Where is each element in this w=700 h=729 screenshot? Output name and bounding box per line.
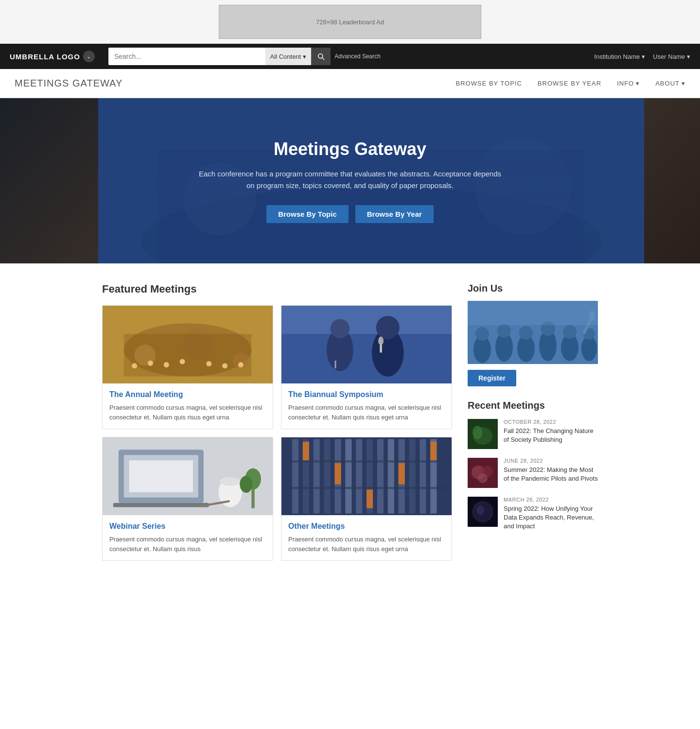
other-meetings-text: Praesent commodo cursus magna, vel scele…	[288, 535, 445, 554]
recent-date-3: March 28, 2022	[504, 497, 598, 503]
institution-chevron-icon: ▾	[642, 53, 645, 60]
svg-rect-51	[409, 439, 416, 513]
dropdown-chevron-icon: ▾	[303, 53, 306, 60]
recent-name-2[interactable]: Summer 2022: Making the Most of the Pand…	[504, 466, 598, 483]
other-meetings-image	[281, 437, 452, 515]
svg-point-36	[240, 476, 252, 493]
user-chevron-icon: ▾	[687, 53, 690, 60]
svg-point-65	[497, 324, 511, 338]
recent-meetings-title: Recent Meetings	[468, 400, 598, 411]
svg-point-79	[472, 426, 482, 439]
svg-rect-55	[281, 487, 452, 489]
webinar-text: Praesent commodo cursus magna, vel scele…	[109, 535, 266, 554]
recent-date-1: October 28, 2022	[504, 419, 598, 425]
right-column: Join Us	[468, 283, 598, 561]
webinar-title[interactable]: Webinar Series	[109, 522, 266, 531]
logo-text: UMBRELLA LOGO	[10, 52, 80, 61]
recent-info-3: March 28, 2022 Spring 2022: How Unifying…	[504, 497, 598, 531]
biannual-meeting-image	[281, 306, 452, 383]
svg-point-88	[476, 505, 484, 515]
institution-name-dropdown[interactable]: Institution Name ▾	[594, 53, 645, 60]
hero-buttons: Browse By Topic Browse By Year	[194, 205, 506, 223]
svg-rect-10	[124, 334, 252, 377]
svg-point-11	[132, 363, 137, 368]
svg-rect-42	[314, 439, 320, 513]
nav-browse-topic[interactable]: BROWSE BY TOPIC	[455, 80, 522, 87]
logo-area[interactable]: UMBRELLA LOGO ⌄	[10, 51, 95, 62]
biannual-meeting-body: The Biannual Symposium Praesent commodo …	[281, 383, 452, 429]
recent-info-1: October 28, 2022 Fall 2022: The Changing…	[504, 419, 598, 444]
svg-rect-31	[113, 503, 209, 507]
hero-section: Meetings Gateway Each conference has a p…	[0, 98, 700, 263]
svg-rect-46	[356, 439, 362, 513]
svg-point-16	[222, 363, 228, 368]
svg-point-21	[331, 319, 350, 338]
recent-info-2: June 28, 2022 Summer 2022: Making the Mo…	[504, 458, 598, 483]
svg-rect-76	[468, 301, 598, 325]
top-nav-right: Institution Name ▾ User Name ▾	[594, 53, 690, 60]
other-meetings-title[interactable]: Other Meetings	[288, 522, 445, 531]
recent-name-3[interactable]: Spring 2022: How Unifying Your Data Expa…	[504, 504, 598, 531]
svg-rect-30	[129, 460, 193, 492]
svg-point-15	[206, 361, 211, 366]
svg-rect-49	[388, 439, 394, 513]
logo-chevron-icon[interactable]: ⌄	[83, 51, 95, 62]
top-nav: UMBRELLA LOGO ⌄ All Content ▾ Advanced S…	[0, 44, 700, 69]
annual-meeting-title[interactable]: The Annual Meeting	[109, 390, 266, 399]
svg-point-14	[180, 359, 185, 364]
register-button[interactable]: Register	[468, 370, 516, 386]
search-input[interactable]	[108, 48, 265, 65]
advanced-search-link[interactable]: Advanced Search	[334, 53, 381, 60]
left-column: Featured Meetings	[102, 283, 452, 561]
hero-bg-right	[644, 98, 700, 263]
join-us-title: Join Us	[468, 283, 598, 294]
svg-point-84	[478, 473, 488, 483]
join-us-image	[468, 301, 598, 364]
main-content: Featured Meetings	[83, 263, 617, 590]
main-nav: MEETINGS GATEWAY BROWSE BY TOPIC BROWSE …	[0, 69, 700, 98]
svg-rect-59	[399, 463, 405, 485]
other-meetings-body: Other Meetings Praesent commodo cursus m…	[281, 515, 452, 560]
info-chevron-icon: ▾	[636, 80, 640, 87]
recent-date-2: June 28, 2022	[504, 458, 598, 464]
search-area: All Content ▾ Advanced Search	[108, 48, 381, 65]
svg-point-67	[519, 326, 533, 340]
svg-point-63	[475, 327, 489, 341]
recent-item: October 28, 2022 Fall 2022: The Changing…	[468, 419, 598, 449]
user-name-dropdown[interactable]: User Name ▾	[653, 53, 690, 60]
svg-point-71	[563, 325, 577, 339]
recent-item: March 28, 2022 Spring 2022: How Unifying…	[468, 497, 598, 531]
svg-rect-52	[420, 439, 426, 513]
svg-point-23	[376, 316, 400, 339]
ad-label: 728×98 Leaderboard Ad	[316, 18, 384, 26]
hero-subtitle: Each conference has a program committee …	[194, 168, 506, 191]
hero-browse-year-button[interactable]: Browse By Year	[355, 205, 434, 223]
svg-rect-40	[292, 439, 298, 513]
nav-info[interactable]: INFO ▾	[617, 80, 640, 87]
meeting-card-other: Other Meetings Praesent commodo cursus m…	[281, 437, 452, 561]
svg-rect-43	[324, 439, 331, 513]
hero-title: Meetings Gateway	[194, 139, 506, 159]
svg-rect-48	[377, 439, 384, 513]
biannual-meeting-title[interactable]: The Biannual Symposium	[288, 390, 445, 399]
meeting-card-annual: The Annual Meeting Praesent commodo curs…	[102, 305, 273, 429]
leaderboard-ad: 728×98 Leaderboard Ad	[219, 5, 481, 39]
webinar-image	[103, 437, 273, 515]
svg-rect-56	[303, 442, 309, 460]
svg-point-17	[238, 362, 244, 367]
recent-thumb-2	[468, 458, 498, 488]
hero-bg-left	[0, 98, 98, 263]
svg-point-25	[378, 337, 384, 346]
main-nav-links: BROWSE BY TOPIC BROWSE BY YEAR INFO ▾ AB…	[455, 80, 685, 87]
content-filter-dropdown[interactable]: All Content ▾	[265, 48, 312, 65]
nav-about[interactable]: ABOUT ▾	[655, 80, 685, 87]
about-chevron-icon: ▾	[682, 80, 685, 87]
audience-image-svg	[468, 301, 598, 364]
hero-browse-topic-button[interactable]: Browse By Topic	[266, 205, 349, 223]
recent-name-1[interactable]: Fall 2022: The Changing Nature of Societ…	[504, 427, 598, 444]
nav-browse-year[interactable]: BROWSE BY YEAR	[538, 80, 601, 87]
search-button[interactable]	[311, 48, 331, 65]
svg-point-13	[164, 362, 169, 367]
biannual-meeting-text: Praesent commodo cursus magna, vel scele…	[288, 403, 445, 422]
featured-meetings-title: Featured Meetings	[102, 283, 452, 295]
